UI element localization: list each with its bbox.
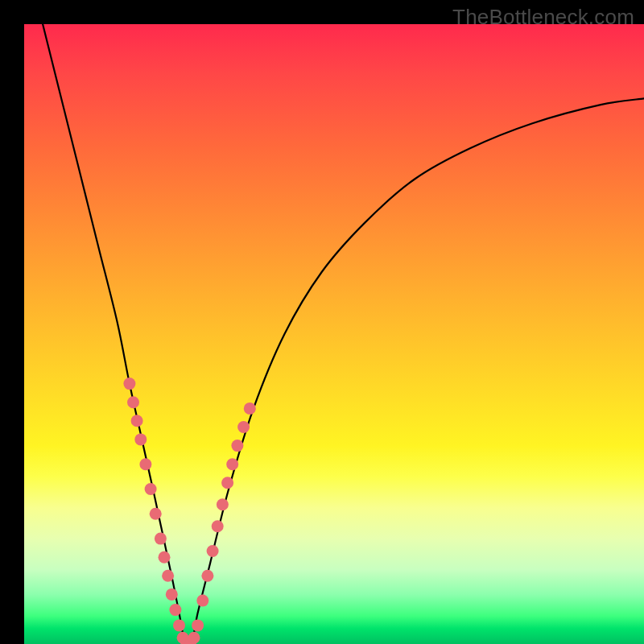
- watermark-text: TheBottleneck.com: [452, 5, 634, 30]
- data-marker: [207, 545, 219, 557]
- data-marker: [123, 378, 135, 390]
- marker-group: [123, 378, 255, 644]
- chart-frame: TheBottleneck.com: [0, 0, 644, 644]
- data-marker: [212, 520, 224, 532]
- data-marker: [188, 632, 200, 644]
- data-marker: [237, 421, 250, 433]
- data-marker: [169, 604, 181, 616]
- chart-svg: [24, 24, 644, 644]
- data-marker: [150, 508, 162, 520]
- data-marker: [159, 551, 171, 564]
- data-marker: [201, 570, 213, 582]
- data-marker: [127, 396, 139, 408]
- data-marker: [231, 440, 243, 452]
- data-marker: [196, 595, 208, 607]
- data-marker: [226, 458, 238, 470]
- data-marker: [166, 588, 178, 601]
- data-marker: [192, 619, 204, 631]
- data-marker: [221, 477, 233, 489]
- data-marker: [155, 533, 167, 545]
- data-marker: [217, 498, 229, 510]
- plot-area: [24, 24, 644, 644]
- bottleneck-curve: [43, 24, 644, 644]
- data-marker: [131, 415, 143, 427]
- data-marker: [162, 570, 174, 582]
- data-marker: [244, 402, 256, 415]
- data-marker: [139, 458, 151, 470]
- data-marker: [134, 433, 147, 445]
- data-marker: [173, 619, 185, 631]
- data-marker: [145, 483, 157, 495]
